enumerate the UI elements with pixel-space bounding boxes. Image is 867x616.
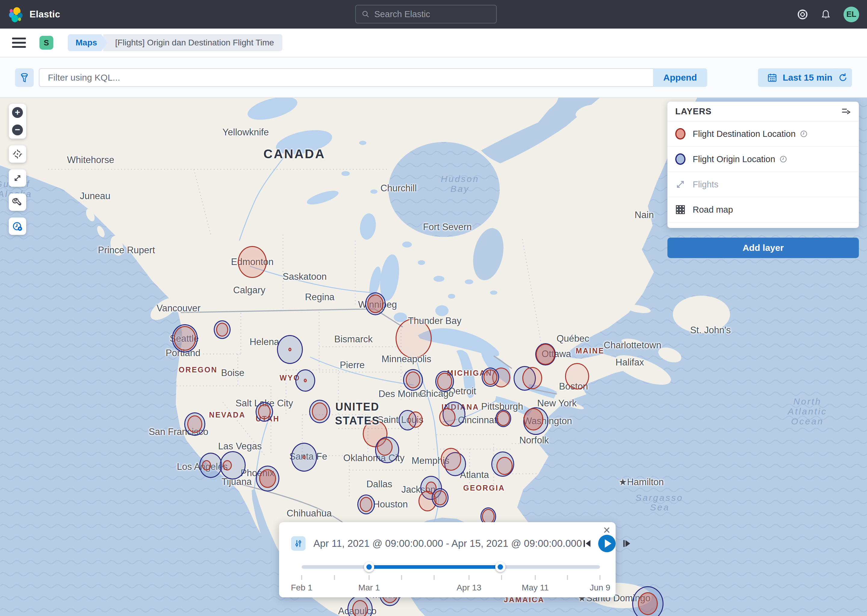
menu-hamburger-icon[interactable] [12, 38, 26, 48]
destination-marker [482, 509, 495, 524]
destination-marker [406, 371, 420, 388]
add-layer-button[interactable]: Add layer [667, 237, 859, 258]
kql-filter-input[interactable] [39, 68, 653, 87]
zoom-in-button[interactable]: + [9, 104, 26, 121]
refresh-button[interactable] [834, 68, 852, 87]
frame-next-icon [622, 538, 632, 548]
help-button[interactable] [797, 9, 808, 20]
layer-row-destination[interactable]: Flight Destination Location [667, 121, 859, 147]
layer-label: Flight Destination Location [693, 129, 796, 139]
origin-marker [277, 335, 303, 364]
destination-dot-marker [288, 348, 292, 351]
play-button[interactable] [598, 535, 616, 552]
breadcrumb-maps[interactable]: Maps [68, 34, 107, 51]
destination-marker [638, 592, 658, 615]
brand: Elastic [8, 6, 60, 22]
menu-right-icon [841, 107, 851, 116]
origin-marker [403, 369, 423, 391]
slider-tick [434, 575, 435, 580]
origin-layer-swatch-icon [675, 153, 686, 165]
origin-marker [523, 407, 549, 435]
next-frame-button[interactable] [622, 538, 632, 548]
tools-button[interactable] [9, 193, 26, 211]
slider-handle-start[interactable] [364, 562, 374, 572]
origin-marker [199, 453, 222, 478]
origin-marker [357, 495, 375, 514]
slider-tick-label: May 11 [522, 583, 549, 592]
slider-tick [334, 575, 335, 580]
timeslider-range-label: Apr 11, 2021 @ 09:00:00.000 - Apr 15, 20… [314, 538, 582, 549]
destination-marker [439, 408, 456, 426]
origin-marker [375, 437, 399, 463]
timeslider-toggle-button[interactable] [9, 217, 26, 235]
layer-row-origin[interactable]: Flight Origin Location [667, 147, 859, 172]
slider-tick [401, 575, 402, 580]
destination-marker [565, 363, 589, 390]
destination-marker [536, 344, 555, 365]
destination-marker [437, 372, 452, 390]
breadcrumb-page-title: [Flights] Origin dan Destination Flight … [103, 34, 283, 51]
space-avatar[interactable]: S [39, 36, 53, 50]
map-canvas[interactable]: YellowknifeWhitehorseCANADAJuneauPrince … [0, 98, 867, 616]
slider-tick [468, 575, 469, 580]
elastic-logo-icon [8, 6, 24, 22]
search-input[interactable] [374, 9, 490, 19]
collapse-layers-button[interactable] [841, 107, 851, 116]
destination-marker [377, 438, 393, 456]
slider-tick [567, 575, 568, 580]
clock-icon [779, 155, 787, 163]
destination-marker [223, 460, 232, 470]
append-button[interactable]: Append [653, 68, 707, 87]
user-avatar[interactable]: EL [843, 6, 859, 22]
destination-marker [174, 326, 196, 351]
layers-panel-title: LAYERS [675, 107, 712, 116]
map-toolbar: + − [9, 104, 26, 242]
fullscreen-button[interactable] [9, 169, 26, 187]
origin-marker [535, 343, 556, 365]
query-bar: Append Last 15 min [0, 57, 867, 98]
time-range-button[interactable]: Last 15 min [758, 68, 842, 87]
close-icon[interactable]: × [603, 524, 610, 536]
refresh-icon [838, 72, 848, 83]
layer-row-flights[interactable]: Flights [667, 172, 859, 197]
origin-marker [291, 443, 317, 471]
search-icon [362, 10, 369, 18]
previous-frame-button[interactable] [582, 538, 592, 548]
layers-panel: LAYERS Flight Destination Location [667, 102, 859, 228]
timeslider-settings-chip[interactable] [291, 536, 306, 551]
destination-layer-swatch-icon [675, 128, 686, 140]
destination-marker [434, 490, 447, 505]
origin-marker [256, 466, 279, 492]
slider-handle-end[interactable] [495, 562, 506, 572]
destination-marker [396, 319, 432, 358]
wrench-icon [13, 197, 22, 207]
destination-marker [441, 448, 461, 471]
destination-marker [408, 412, 422, 428]
time-range-slider[interactable] [302, 563, 600, 570]
clock-icon [800, 130, 808, 138]
origin-marker [482, 368, 499, 387]
global-search[interactable] [355, 5, 497, 24]
zoom-out-button[interactable]: − [9, 121, 26, 139]
slider-selected-range[interactable] [369, 565, 500, 569]
destination-marker [216, 323, 228, 336]
origin-marker [184, 412, 205, 436]
breadcrumb: Maps [Flights] Origin dan Destination Fl… [68, 34, 282, 51]
origin-marker [309, 400, 330, 423]
line-layer-icon [675, 179, 686, 190]
notifications-button[interactable] [821, 9, 831, 20]
layer-label: Flight Origin Location [693, 154, 775, 164]
destination-marker [497, 411, 510, 426]
layer-row-roadmap[interactable]: Road map [667, 197, 859, 223]
funnel-icon [19, 72, 30, 83]
filter-button[interactable] [15, 68, 34, 87]
destination-dot-marker [303, 456, 306, 459]
slider-tick [534, 575, 536, 580]
origin-marker [495, 410, 511, 427]
destination-dot-marker [304, 379, 307, 382]
set-view-button[interactable] [9, 145, 26, 163]
breadcrumb-bar: S Maps [Flights] Origin dan Destination … [0, 28, 867, 57]
origin-marker [365, 292, 386, 315]
origin-marker [491, 451, 514, 477]
slider-tick [600, 575, 601, 580]
